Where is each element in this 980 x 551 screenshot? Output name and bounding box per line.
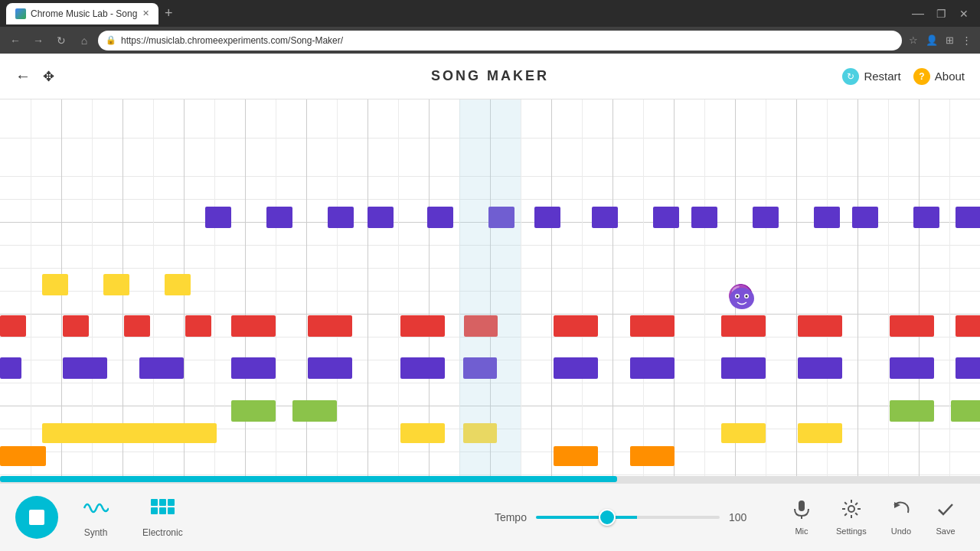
note-block[interactable] (554, 446, 598, 466)
note-block[interactable] (231, 400, 276, 422)
note-block[interactable] (852, 207, 878, 228)
save-button[interactable]: Save (926, 493, 965, 542)
browser-tab[interactable]: Chrome Music Lab - Song M... ✕ (6, 3, 158, 24)
mic-label: Mic (795, 527, 808, 536)
stop-icon (29, 510, 44, 525)
svg-rect-39 (159, 499, 166, 506)
note-block[interactable] (63, 315, 89, 337)
svg-rect-40 (168, 499, 175, 506)
mic-button[interactable]: Mic (782, 493, 821, 542)
about-button[interactable]: ? About (913, 68, 965, 85)
header-left: ← ✥ (15, 67, 54, 85)
note-block[interactable] (630, 446, 675, 466)
note-block[interactable] (42, 274, 68, 295)
note-block[interactable] (308, 315, 352, 337)
home-button[interactable]: ⌂ (75, 31, 93, 50)
note-block[interactable] (103, 274, 129, 295)
note-block[interactable] (592, 207, 618, 228)
back-nav-button[interactable]: ← (6, 31, 24, 50)
note-block[interactable] (554, 357, 598, 379)
note-block[interactable] (956, 207, 980, 228)
note-block[interactable] (266, 207, 292, 228)
note-block[interactable] (798, 357, 842, 379)
restart-icon: ↻ (842, 68, 859, 85)
note-block[interactable] (721, 315, 766, 337)
note-block[interactable] (913, 207, 939, 228)
note-block[interactable] (292, 400, 337, 422)
note-block[interactable] (798, 315, 842, 337)
menu-button[interactable]: ⋮ (959, 34, 974, 46)
synth-label: Synth (84, 527, 108, 538)
note-block[interactable] (890, 400, 934, 422)
note-block[interactable] (308, 357, 352, 379)
note-block[interactable] (328, 207, 354, 228)
svg-rect-42 (159, 507, 166, 514)
note-block[interactable] (554, 315, 598, 337)
note-block[interactable] (534, 207, 560, 228)
synth-button[interactable]: Synth (74, 491, 118, 544)
minimize-button[interactable]: — (908, 4, 928, 24)
note-block[interactable] (42, 423, 217, 443)
svg-rect-41 (151, 507, 158, 514)
note-block[interactable] (814, 207, 840, 228)
note-block[interactable] (630, 315, 675, 337)
note-block[interactable] (721, 357, 766, 379)
note-block[interactable] (368, 207, 394, 228)
profile-button[interactable]: 👤 (923, 34, 940, 46)
progress-bar-track[interactable] (0, 476, 980, 482)
address-bar[interactable]: 🔒 https://musiclab.chromeexperiments.com… (98, 31, 902, 51)
note-block[interactable] (956, 315, 980, 337)
note-block[interactable] (691, 207, 717, 228)
stop-button[interactable] (15, 496, 58, 539)
note-block[interactable] (400, 357, 445, 379)
grid-section: 🟣 (0, 99, 980, 482)
svg-rect-38 (151, 499, 158, 506)
note-block[interactable] (890, 357, 934, 379)
note-grid-canvas[interactable]: 🟣 (0, 99, 980, 476)
note-block[interactable] (63, 357, 107, 379)
app-title: SONG MAKER (431, 68, 549, 84)
note-block[interactable] (400, 315, 445, 337)
bookmark-button[interactable]: ☆ (906, 34, 920, 46)
note-block[interactable] (139, 357, 184, 379)
note-block[interactable] (753, 207, 779, 228)
electronic-button[interactable]: Electronic (133, 491, 192, 544)
settings-button[interactable]: Settings (827, 493, 876, 542)
reload-button[interactable]: ↻ (52, 31, 70, 50)
about-label: About (935, 70, 965, 83)
note-block[interactable] (165, 274, 191, 295)
note-block[interactable] (951, 400, 980, 422)
note-block[interactable] (721, 423, 766, 443)
undo-button[interactable]: Undo (882, 493, 920, 542)
note-block[interactable] (0, 446, 46, 466)
note-block[interactable] (185, 315, 211, 337)
note-block[interactable] (427, 207, 453, 228)
note-block[interactable] (653, 207, 679, 228)
lock-icon: 🔒 (106, 35, 116, 45)
move-button[interactable]: ✥ (43, 68, 54, 85)
note-block[interactable] (231, 357, 276, 379)
note-block[interactable] (0, 315, 26, 337)
restart-button[interactable]: ↻ Restart (842, 68, 900, 85)
note-block[interactable] (124, 315, 150, 337)
svg-point-4 (746, 295, 748, 298)
svg-point-3 (737, 295, 739, 298)
new-tab-button[interactable]: + (162, 5, 176, 21)
note-block[interactable] (956, 357, 980, 379)
back-button[interactable]: ← (15, 67, 31, 85)
close-button[interactable]: ✕ (954, 4, 974, 24)
tempo-slider[interactable] (536, 516, 720, 519)
note-block[interactable] (400, 423, 445, 443)
forward-nav-button[interactable]: → (29, 31, 47, 50)
maximize-button[interactable]: ❐ (931, 4, 951, 24)
extensions-button[interactable]: ⊞ (943, 34, 956, 46)
tab-close-btn[interactable]: ✕ (142, 8, 149, 18)
note-block[interactable] (630, 357, 675, 379)
note-block[interactable] (890, 315, 934, 337)
note-block[interactable] (0, 357, 21, 379)
note-block[interactable] (231, 315, 276, 337)
note-block[interactable] (798, 423, 842, 443)
note-block[interactable] (205, 207, 231, 228)
tab-favicon (15, 8, 26, 19)
browser-titlebar: Chrome Music Lab - Song M... ✕ + — ❐ ✕ (0, 0, 980, 27)
